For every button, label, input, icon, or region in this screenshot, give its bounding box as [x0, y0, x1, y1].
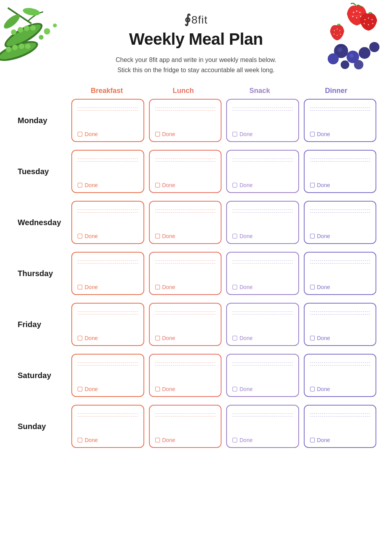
done-label: Done: [240, 437, 252, 443]
done-checkbox[interactable]: [310, 183, 315, 187]
dinner-cell-friday[interactable]: Done: [304, 303, 377, 346]
logo-text: 8fit: [191, 14, 207, 26]
done-checkbox[interactable]: [232, 234, 237, 238]
lunch-cell-wednesday[interactable]: Done: [149, 201, 222, 244]
done-checkbox[interactable]: [155, 336, 160, 340]
done-checkbox[interactable]: [232, 132, 237, 136]
breakfast-cell-thursday[interactable]: Done: [71, 252, 144, 295]
done-checkbox[interactable]: [155, 387, 160, 391]
breakfast-cell-wednesday[interactable]: Done: [71, 201, 144, 244]
done-row[interactable]: Done: [155, 386, 216, 392]
lunch-cell-monday[interactable]: Done: [149, 99, 222, 142]
done-row[interactable]: Done: [310, 284, 370, 290]
breakfast-cell-saturday[interactable]: Done: [71, 354, 144, 397]
done-row[interactable]: Done: [78, 437, 138, 443]
page-title: Weekly Meal Plan: [0, 30, 392, 49]
dinner-cell-tuesday[interactable]: Done: [304, 150, 377, 193]
done-row[interactable]: Done: [155, 335, 216, 341]
done-row[interactable]: Done: [232, 386, 293, 392]
done-checkbox[interactable]: [232, 387, 237, 391]
snack-cell-saturday[interactable]: Done: [226, 354, 299, 397]
done-checkbox[interactable]: [232, 285, 237, 289]
done-row[interactable]: Done: [310, 182, 370, 188]
done-checkbox[interactable]: [155, 234, 160, 238]
dinner-cell-saturday[interactable]: Done: [304, 354, 377, 397]
dashed-line-2: [310, 365, 370, 366]
done-row[interactable]: Done: [232, 131, 293, 137]
breakfast-cell-tuesday[interactable]: Done: [71, 150, 144, 193]
breakfast-cell-sunday[interactable]: Done: [71, 405, 144, 448]
dashed-line-1: [155, 413, 216, 414]
dinner-cell-sunday[interactable]: Done: [304, 405, 377, 448]
done-row[interactable]: Done: [78, 284, 138, 290]
lunch-cell-sunday[interactable]: Done: [149, 405, 222, 448]
dashed-line-1: [310, 107, 370, 108]
done-row[interactable]: Done: [232, 233, 293, 239]
done-checkbox[interactable]: [310, 285, 315, 289]
done-checkbox[interactable]: [155, 132, 160, 136]
snack-cell-friday[interactable]: Done: [226, 303, 299, 346]
done-row[interactable]: Done: [155, 131, 216, 137]
done-checkbox[interactable]: [78, 234, 82, 238]
breakfast-cell-friday[interactable]: Done: [71, 303, 144, 346]
dashed-line-1: [232, 311, 293, 312]
done-checkbox[interactable]: [310, 387, 315, 391]
dinner-cell-wednesday[interactable]: Done: [304, 201, 377, 244]
done-row[interactable]: Done: [78, 131, 138, 137]
done-checkbox[interactable]: [78, 336, 82, 340]
done-checkbox[interactable]: [232, 438, 237, 442]
day-label-wednesday: Wednesday: [16, 218, 67, 227]
done-row[interactable]: Done: [310, 335, 370, 341]
done-checkbox[interactable]: [310, 234, 315, 238]
done-checkbox[interactable]: [310, 336, 315, 340]
done-row[interactable]: Done: [78, 182, 138, 188]
done-label: Done: [317, 437, 330, 443]
dashed-line-1: [310, 209, 370, 210]
done-row[interactable]: Done: [155, 437, 216, 443]
done-checkbox[interactable]: [78, 438, 82, 442]
done-checkbox[interactable]: [155, 438, 160, 442]
done-row[interactable]: Done: [310, 131, 370, 137]
done-checkbox[interactable]: [232, 336, 237, 340]
lunch-cell-thursday[interactable]: Done: [149, 252, 222, 295]
done-checkbox[interactable]: [78, 285, 82, 289]
done-checkbox[interactable]: [155, 285, 160, 289]
done-checkbox[interactable]: [310, 438, 315, 442]
done-row[interactable]: Done: [155, 182, 216, 188]
done-checkbox[interactable]: [78, 183, 82, 187]
lunch-cell-friday[interactable]: Done: [149, 303, 222, 346]
snack-cell-tuesday[interactable]: Done: [226, 150, 299, 193]
done-row[interactable]: Done: [310, 437, 370, 443]
done-checkbox[interactable]: [155, 183, 160, 187]
lunch-cell-saturday[interactable]: Done: [149, 354, 222, 397]
done-row[interactable]: Done: [232, 335, 293, 341]
lunch-cell-tuesday[interactable]: Done: [149, 150, 222, 193]
done-row[interactable]: Done: [78, 233, 138, 239]
done-label: Done: [240, 131, 252, 137]
done-row[interactable]: Done: [310, 386, 370, 392]
snack-cell-thursday[interactable]: Done: [226, 252, 299, 295]
done-checkbox[interactable]: [310, 132, 315, 136]
done-label: Done: [162, 284, 175, 290]
done-row[interactable]: Done: [155, 233, 216, 239]
done-row[interactable]: Done: [155, 284, 216, 290]
done-checkbox[interactable]: [78, 132, 82, 136]
dashed-line-2: [232, 314, 293, 315]
done-label: Done: [317, 386, 330, 392]
dinner-cell-monday[interactable]: Done: [304, 99, 377, 142]
snack-cell-monday[interactable]: Done: [226, 99, 299, 142]
done-checkbox[interactable]: [78, 387, 82, 391]
snack-cell-sunday[interactable]: Done: [226, 405, 299, 448]
done-row[interactable]: Done: [78, 335, 138, 341]
breakfast-cell-monday[interactable]: Done: [71, 99, 144, 142]
done-row[interactable]: Done: [78, 386, 138, 392]
done-row[interactable]: Done: [232, 284, 293, 290]
done-row[interactable]: Done: [232, 437, 293, 443]
done-label: Done: [85, 284, 98, 290]
done-row[interactable]: Done: [232, 182, 293, 188]
snack-header: Snack: [221, 87, 298, 95]
done-row[interactable]: Done: [310, 233, 370, 239]
snack-cell-wednesday[interactable]: Done: [226, 201, 299, 244]
dinner-cell-thursday[interactable]: Done: [304, 252, 377, 295]
done-checkbox[interactable]: [232, 183, 237, 187]
